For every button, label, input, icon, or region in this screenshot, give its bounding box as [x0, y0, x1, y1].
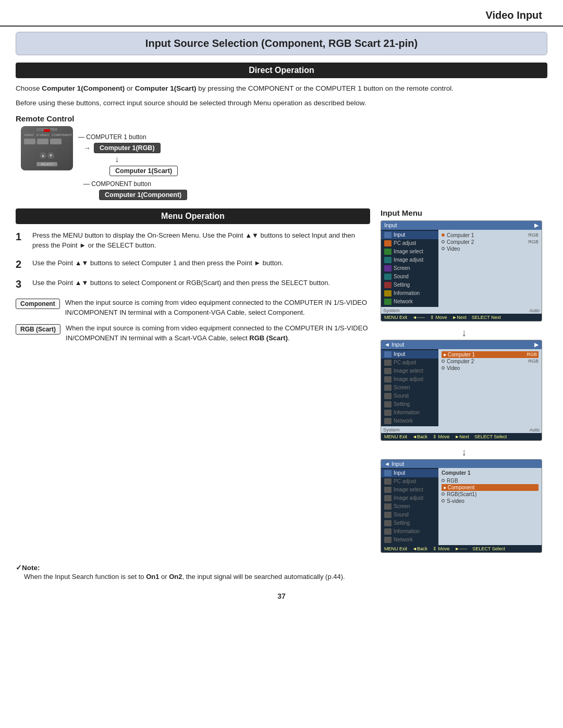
remote-control-title: Remote Control — [16, 114, 547, 123]
direct-op-body2: Before using these buttons, correct inpu… — [16, 98, 547, 108]
arrow-down-2: ↓ — [461, 446, 467, 458]
component-button-label: — COMPONENT button — [83, 180, 187, 188]
menu-operation-header: Menu Operation — [16, 208, 370, 224]
page-number: 37 — [0, 592, 563, 600]
direct-op-body1: Choose Computer 1(Component) or Computer… — [16, 83, 547, 94]
input-menu-title: Input Menu — [381, 208, 547, 217]
remote-control-image: COMPUTER VIDEO S-VIDEO COMPONENT ▲ ▼ SEL… — [21, 126, 73, 170]
note-section: ✓Note: When the Input Search function is… — [16, 563, 547, 582]
arrow-down-1: ↓ — [461, 327, 467, 339]
page-title: Video Input — [0, 0, 563, 27]
rgb-scart-text: When the input source is coming from vid… — [66, 323, 370, 343]
rgb-scart-label: RGB (Scart) — [16, 324, 60, 335]
component-text: When the input source is coming from vid… — [65, 298, 370, 318]
menu-screenshot-1: Input ▶ Input PC adjust Image select Ima… — [381, 220, 542, 322]
menu-screenshot-2: ◄ Input ▶ Input PC adjust Image select I… — [381, 340, 542, 441]
computer1-scart-btn: Computer 1(Scart) — [109, 166, 178, 176]
computer1-button-label: — COMPUTER 1 button — [78, 133, 151, 141]
component-label: Component — [16, 299, 60, 309]
step-3: 3 Use the Point ▲▼ buttons to select Com… — [16, 278, 370, 290]
computer1-rgb-btn: Computer 1(RGB) — [94, 143, 161, 153]
direct-operation-header: Direct Operation — [16, 63, 547, 78]
main-heading: Input Source Selection (Component, RGB S… — [16, 32, 547, 55]
step-1: 1 Press the MENU button to display the O… — [16, 230, 370, 251]
computer1-component-btn: Computer 1(Component) — [99, 190, 187, 200]
menu-screenshot-3: ◄ Input Input PC adjust Image select Ima… — [381, 459, 542, 553]
step-2: 2 Use the Point ▲▼ buttons to select Com… — [16, 258, 370, 270]
